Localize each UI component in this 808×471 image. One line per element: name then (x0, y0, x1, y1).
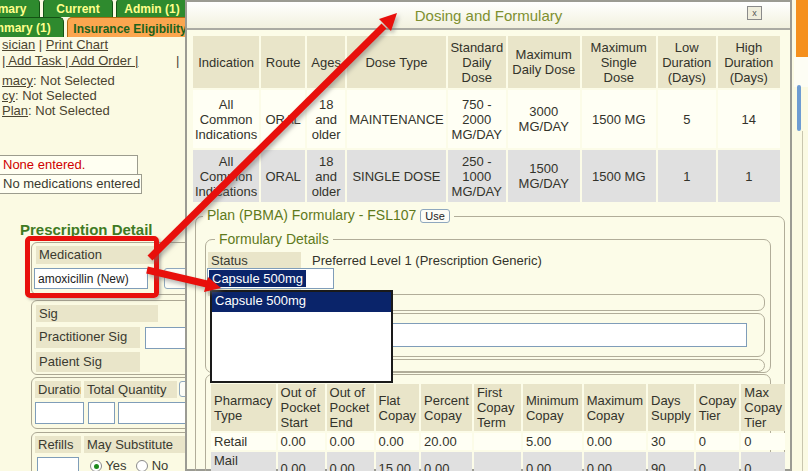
link-line-2-tail: | (176, 53, 179, 68)
close-icon[interactable]: x (747, 6, 762, 20)
table-cell: 0.00 (327, 452, 374, 471)
table-cell: MAINTENANCE (347, 90, 446, 148)
tab-admin[interactable]: Admin (1) (116, 0, 188, 17)
table-cell: 0.00 (584, 433, 646, 450)
column-header: Low Duration (Days) (658, 36, 716, 88)
table-cell: All Common Indications (193, 150, 259, 202)
dose-form-combobox[interactable]: Capsule 500mg (207, 268, 334, 289)
table-cell: 250 - 1000 MG/DAY (448, 150, 506, 202)
agency-link[interactable]: cy (2, 88, 15, 103)
medications-alert: No medications entered (0, 174, 142, 194)
column-header: Indication (193, 36, 259, 88)
pharmacy-status-line: macy: Not Selected (2, 73, 115, 88)
refills-label: Refills (35, 436, 81, 453)
table-cell: 0.00 (584, 452, 646, 471)
no-radio[interactable] (136, 460, 148, 471)
table-row: All Common IndicationsORAL18 and olderSI… (193, 150, 780, 202)
column-header: First Copay Term (474, 384, 521, 431)
quantity-unit-input[interactable] (118, 402, 188, 424)
table-cell: 30 (648, 433, 694, 450)
substitute-no-option[interactable]: No (136, 458, 168, 471)
practitioner-sig-label: Practitioner Sig (36, 327, 140, 348)
print-chart-link[interactable]: Print Chart (46, 37, 108, 52)
tab-current[interactable]: Current (43, 0, 113, 17)
table-row: All Common IndicationsORAL18 and olderMA… (193, 90, 780, 148)
table-cell: 1500 MG (582, 150, 656, 202)
table-cell: 0 (741, 452, 785, 471)
column-header: Flat Copay (376, 384, 420, 431)
column-header: Max Copay Tier (741, 384, 785, 431)
column-header: Ages (307, 36, 345, 88)
plan-link[interactable]: Plan (2, 103, 28, 118)
table-cell: 0.00 (327, 433, 374, 450)
table-cell: 0 (741, 433, 785, 450)
column-header: Dose Type (347, 36, 446, 88)
table-cell: 1 (658, 150, 716, 202)
table-cell: 5.00 (523, 433, 582, 450)
formulary-details-legend: Formulary Details (215, 231, 333, 247)
column-header: Percent Copay (421, 384, 472, 431)
no-radio-label: No (152, 458, 169, 471)
tab-summary[interactable]: mmary (1) (0, 17, 64, 37)
use-button[interactable]: Use (420, 209, 450, 223)
dosing-table: IndicationRouteAgesDose TypeStandard Dai… (191, 34, 782, 204)
pharmacy-link[interactable]: macy (2, 73, 33, 88)
dropdown-item-capsule-500mg[interactable]: Capsule 500mg (212, 292, 391, 312)
scrollbar-thumb[interactable] (797, 85, 801, 131)
patient-sig-label: Patient Sig (36, 352, 140, 372)
tab-summary-top[interactable]: mary (0, 0, 40, 17)
column-header: Copay Tier (696, 384, 740, 431)
table-cell: 1500 MG/DAY (508, 150, 580, 202)
total-quantity-input[interactable] (88, 402, 115, 424)
table-cell: 14 (718, 90, 780, 148)
column-header: Minimum Copay (523, 384, 582, 431)
plan-formulary-legend: Plan (PBMA) Formulary - FSL107 Use (203, 207, 454, 223)
table-cell: 1 (718, 150, 780, 202)
plan-status-line: Plan: Not Selected (2, 103, 110, 118)
column-header: High Duration (Days) (718, 36, 780, 88)
link-line-1: sician | Print Chart (2, 37, 108, 52)
column-header: Standard Daily Dose (448, 36, 506, 88)
allergies-alert: None entered. (0, 155, 138, 175)
background-tab-fragment (796, 0, 808, 57)
dialog-titlebar: Dosing and Formulary x (187, 2, 790, 30)
table-cell: All Common Indications (193, 90, 259, 148)
table-cell: 0.00 (376, 433, 420, 450)
duration-label: Duration (35, 381, 81, 398)
pharmacy-status-value: : Not Selected (33, 73, 115, 88)
annotation-highlight-box (25, 236, 159, 298)
table-row: Retail0.000.000.0020.005.000.003000 (211, 433, 785, 450)
dose-form-combobox-value: Capsule 500mg (209, 270, 306, 287)
dose-form-dropdown-list: Capsule 500mg (210, 290, 393, 383)
column-header: Route (261, 36, 305, 88)
status-value: Preferred Level 1 (Prescription Generic) (312, 253, 542, 268)
table-cell: 750 - 2000 MG/DAY (448, 90, 506, 148)
table-cell: 20.00 (421, 433, 472, 450)
link-line-2: | Add Task | Add Order | (2, 53, 138, 68)
table-cell: 0 (696, 452, 740, 471)
agency-status-value: : Not Selected (15, 88, 97, 103)
column-header: Pharmacy Type (211, 384, 276, 431)
substitute-yes-option[interactable]: Yes (90, 458, 127, 471)
table-cell: 0.00 (278, 452, 325, 471)
refills-input[interactable] (37, 457, 79, 471)
add-task-add-order-links[interactable]: | Add Task | Add Order | (2, 53, 138, 68)
dialog-title: Dosing and Formulary (187, 7, 790, 24)
duration-input[interactable] (35, 402, 84, 424)
copay-table: Pharmacy TypeOut of Pocket StartOut of P… (209, 382, 787, 471)
yes-radio[interactable] (90, 460, 102, 471)
table-cell: 18 and older (307, 150, 345, 202)
table-cell: 18 and older (307, 90, 345, 148)
table-cell: Mail Order (211, 452, 276, 471)
table-cell: 15.00 (376, 452, 420, 471)
table-cell: SINGLE DOSE (347, 150, 446, 202)
table-cell (474, 452, 521, 471)
table-cell: 0 (696, 433, 740, 450)
column-header: Maximum Daily Dose (508, 36, 580, 88)
table-cell: 90 (648, 452, 694, 471)
physician-link[interactable]: sician (2, 37, 35, 52)
tab-insurance-eligibility[interactable]: Insurance Eligibility (67, 17, 193, 37)
table-row: Mail Order0.000.0015.000.000.000.009000 (211, 452, 785, 471)
table-cell: Retail (211, 433, 276, 450)
column-header: Days Supply (648, 384, 694, 431)
